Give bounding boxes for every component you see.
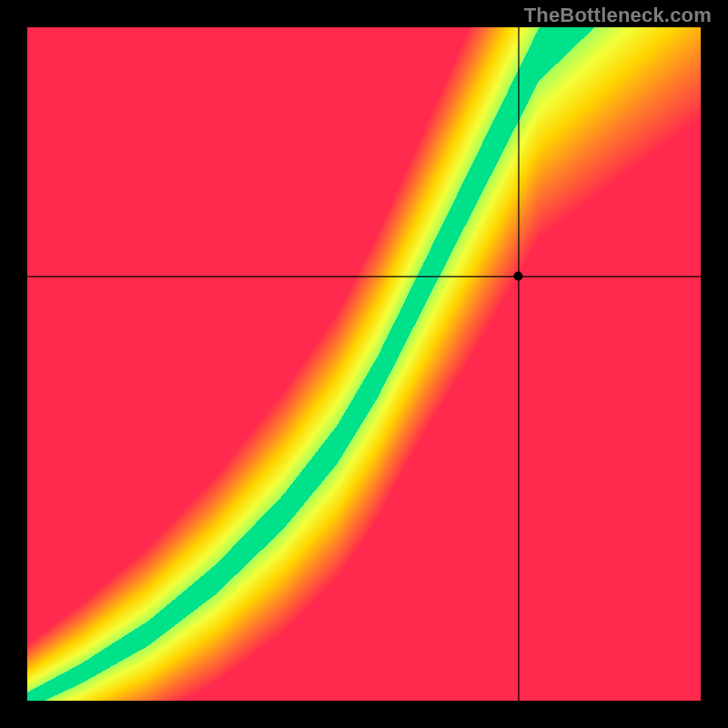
watermark-text: TheBottleneck.com [524,4,712,27]
bottleneck-heatmap [27,27,701,701]
chart-frame: TheBottleneck.com [0,0,728,728]
